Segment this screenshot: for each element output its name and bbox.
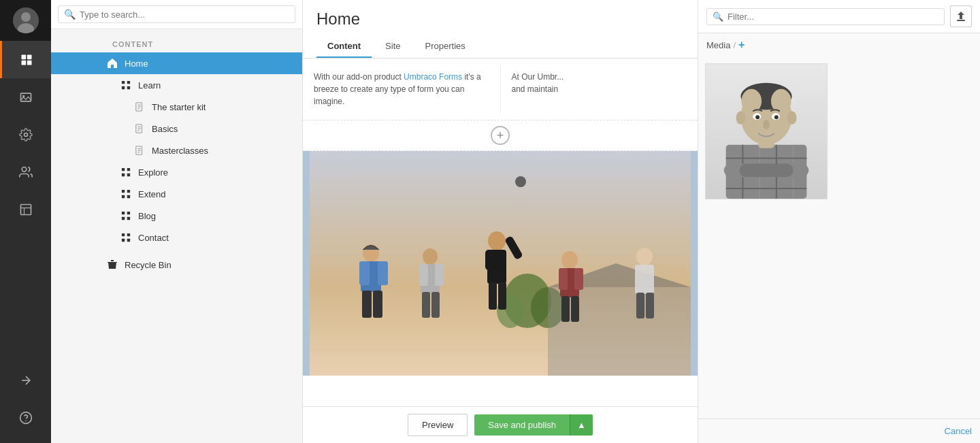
avatar-area[interactable] (0, 0, 51, 41)
svg-rect-20 (127, 86, 130, 89)
media-add-link[interactable]: + (738, 39, 745, 51)
svg-point-16 (25, 420, 26, 421)
svg-rect-77 (574, 268, 583, 290)
doc-icon-starter (133, 100, 146, 114)
card-strip: With our add-on product Umbraco Forms it… (303, 59, 698, 120)
umbraco-forms-link[interactable]: Umbraco Forms (404, 72, 462, 82)
add-btn-row: + (303, 120, 698, 151)
action-bar: Preview Save and publish ▲ (303, 406, 698, 443)
svg-point-106 (763, 120, 770, 129)
add-section-button[interactable]: + (491, 126, 510, 145)
svg-rect-40 (127, 195, 130, 198)
svg-rect-35 (122, 174, 125, 176)
tree-item-extend[interactable]: Extend (51, 183, 302, 205)
home-icon (105, 56, 119, 70)
nav-forms[interactable] (0, 191, 51, 228)
filter-input[interactable] (728, 12, 938, 22)
card-text-0: With our add-on product Umbraco Forms it… (314, 71, 489, 108)
grid-icon-extend (119, 187, 133, 201)
grid-icon-explore (119, 165, 133, 179)
media-breadcrumb: Media / + (698, 33, 980, 56)
svg-point-80 (636, 248, 653, 265)
preview-button[interactable]: Preview (408, 414, 468, 436)
svg-rect-67 (431, 292, 440, 318)
upload-icon (956, 11, 966, 22)
tab-site[interactable]: Site (374, 35, 411, 58)
svg-rect-5 (22, 60, 27, 65)
svg-rect-4 (27, 54, 32, 59)
svg-rect-76 (559, 268, 568, 290)
svg-rect-36 (127, 174, 130, 176)
tab-content[interactable]: Content (316, 35, 372, 58)
tree-item-starter-kit[interactable]: The starter kit (51, 96, 302, 118)
nav-icons (0, 41, 51, 361)
svg-point-105 (774, 115, 779, 119)
svg-rect-37 (122, 190, 125, 193)
tree-item-masterclasses[interactable]: Masterclasses (51, 140, 302, 161)
svg-point-10 (22, 167, 27, 171)
svg-rect-17 (122, 81, 125, 84)
tab-properties[interactable]: Properties (414, 35, 476, 58)
search-wrap[interactable]: 🔍 (58, 5, 295, 23)
svg-rect-59 (378, 261, 388, 285)
nav-content[interactable] (0, 41, 51, 78)
tree-item-blog[interactable]: Blog (51, 205, 302, 227)
upload-button[interactable] (950, 5, 972, 27)
save-and-publish-button[interactable]: Save and publish (474, 414, 570, 436)
users-icon (19, 165, 33, 179)
svg-rect-6 (27, 60, 32, 65)
nav-settings[interactable] (0, 116, 51, 153)
media-grid (698, 56, 980, 419)
cancel-link[interactable]: Cancel (945, 426, 972, 436)
tree-item-learn[interactable]: Learn (51, 74, 302, 96)
svg-rect-44 (127, 217, 130, 220)
nav-help[interactable] (0, 399, 51, 436)
tree-item-contact[interactable]: Contact (51, 227, 302, 248)
svg-rect-71 (485, 250, 493, 270)
tree-nav: Home Learn The starter kit Basics (51, 52, 302, 443)
nav-redirect[interactable] (0, 361, 51, 399)
tree-item-recycle-bin[interactable]: Recycle Bin (51, 254, 302, 276)
tree-item-home[interactable]: Home (51, 52, 302, 74)
content-scroll: With our add-on product Umbraco Forms it… (303, 59, 698, 406)
forms-icon (19, 203, 33, 216)
page-title: Home (316, 10, 684, 29)
doc-icon-masterclasses (133, 144, 146, 157)
card-item-1: At Our Umbr...and maintain (501, 65, 698, 113)
icon-bar (0, 0, 51, 443)
svg-rect-82 (636, 293, 644, 318)
svg-point-104 (755, 115, 760, 119)
svg-rect-84 (957, 20, 965, 21)
tree-item-basics[interactable]: Basics (51, 118, 302, 140)
publish-dropdown-button[interactable]: ▲ (570, 414, 593, 436)
publish-group: Save and publish ▲ (474, 414, 593, 436)
search-input[interactable] (80, 10, 289, 20)
svg-rect-47 (122, 239, 125, 242)
svg-rect-60 (362, 291, 372, 318)
nav-users[interactable] (0, 153, 51, 191)
content-section-label: CONTENT (51, 29, 302, 52)
svg-rect-38 (127, 190, 130, 193)
svg-rect-42 (127, 212, 130, 214)
search-area: 🔍 (51, 0, 302, 29)
user-avatar[interactable] (13, 7, 39, 33)
filter-wrap[interactable]: 🔍 (706, 8, 945, 25)
svg-rect-18 (127, 81, 130, 84)
svg-rect-43 (122, 217, 125, 220)
tree-item-explore[interactable]: Explore (51, 161, 302, 183)
nav-media[interactable] (0, 78, 51, 116)
help-icon (19, 411, 33, 425)
icon-bar-bottom (0, 361, 51, 443)
doc-icon-basics (133, 122, 146, 135)
svg-rect-96 (739, 163, 793, 177)
media-item-0[interactable] (705, 63, 828, 199)
svg-point-50 (515, 176, 526, 187)
svg-rect-78 (561, 296, 570, 322)
gear-icon (19, 128, 33, 142)
svg-rect-46 (127, 233, 130, 236)
tabs-bar: Content Site Properties (303, 35, 698, 59)
svg-point-107 (736, 111, 746, 125)
card-text-1: At Our Umbr...and maintain (512, 71, 687, 95)
grid-icon-learn (119, 78, 133, 92)
svg-point-108 (787, 111, 797, 125)
